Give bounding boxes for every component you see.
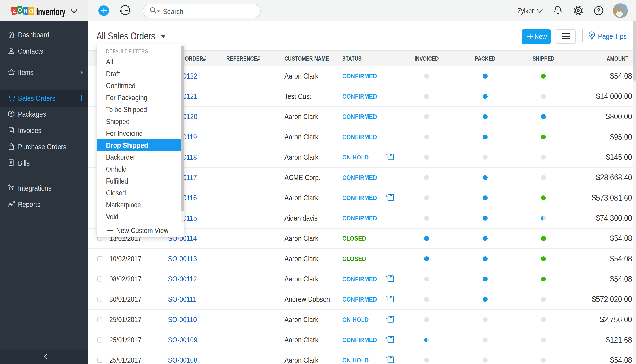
svg-text:?: ? [597,7,600,14]
